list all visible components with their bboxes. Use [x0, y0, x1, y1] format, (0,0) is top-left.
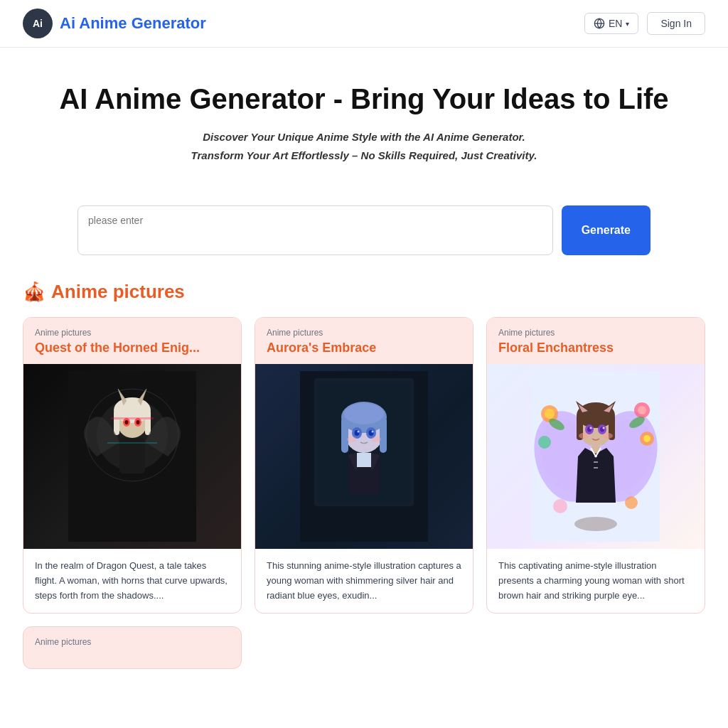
chevron-down-icon: ▾ — [626, 20, 629, 28]
card-image-1 — [23, 364, 241, 549]
card-header-2: Anime pictures Aurora's Embrace — [255, 318, 473, 364]
svg-point-28 — [358, 431, 360, 433]
svg-point-12 — [136, 420, 140, 424]
card-title-3: Floral Enchantress — [498, 341, 693, 355]
svg-rect-22 — [380, 417, 387, 453]
card-image-3 — [487, 364, 705, 549]
svg-point-64 — [553, 499, 567, 513]
svg-rect-14 — [111, 417, 154, 419]
generator-section: Generate — [55, 205, 673, 255]
cards-grid: Anime pictures Quest of the Horned Enig.… — [0, 317, 728, 614]
header: Ai Ai Anime Generator EN ▾ Sign In — [0, 0, 728, 48]
anime-section: 🎪 Anime pictures — [0, 255, 728, 303]
svg-point-40 — [545, 409, 555, 419]
section-title: 🎪 Anime pictures — [23, 281, 705, 303]
svg-point-65 — [625, 496, 638, 509]
card-title-1: Quest of the Horned Enig... — [35, 341, 230, 355]
card-desc-1: In the realm of Dragon Quest, a tale tak… — [23, 549, 241, 613]
svg-point-56 — [590, 427, 592, 429]
header-left: Ai Ai Anime Generator — [23, 9, 206, 38]
card-desc-3: This captivating anime-style illustratio… — [487, 549, 705, 613]
anime-illustration-1 — [68, 371, 196, 542]
hero-section: AI Anime Generator - Bring Your Ideas to… — [0, 48, 728, 186]
prompt-input[interactable] — [77, 205, 553, 255]
svg-point-23 — [344, 403, 384, 424]
svg-point-31 — [371, 437, 381, 442]
svg-point-29 — [372, 431, 374, 433]
svg-rect-15 — [107, 442, 157, 444]
anime-illustration-2 — [300, 371, 428, 542]
svg-rect-8 — [145, 410, 151, 435]
partial-card[interactable]: Anime pictures — [23, 626, 242, 669]
svg-point-11 — [125, 420, 129, 424]
language-selector[interactable]: EN ▾ — [584, 13, 638, 34]
card-category-3: Anime pictures — [498, 328, 693, 338]
card-header-3: Anime pictures Floral Enchantress — [487, 318, 705, 364]
card-category-1: Anime pictures — [35, 328, 230, 338]
globe-icon — [594, 18, 605, 29]
section-title-text: Anime pictures — [51, 281, 185, 303]
generate-button[interactable]: Generate — [562, 205, 651, 255]
svg-rect-33 — [357, 453, 371, 467]
card-category-2: Anime pictures — [267, 328, 461, 338]
card-header-1: Anime pictures Quest of the Horned Enig.… — [23, 318, 241, 364]
anime-card-1[interactable]: Anime pictures Quest of the Horned Enig.… — [23, 317, 242, 614]
svg-point-30 — [347, 437, 357, 442]
svg-point-43 — [538, 436, 551, 449]
svg-point-57 — [603, 427, 605, 429]
card-title-2: Aurora's Embrace — [267, 341, 461, 355]
anime-illustration-3 — [532, 371, 660, 542]
svg-point-42 — [638, 406, 646, 414]
site-title: Ai Anime Generator — [60, 14, 206, 33]
anime-card-3[interactable]: Anime pictures Floral Enchantress — [486, 317, 705, 614]
partial-card-category: Anime pictures — [35, 637, 230, 647]
anime-card-2[interactable]: Anime pictures Aurora's Embrace — [255, 317, 473, 614]
logo-icon: Ai — [23, 9, 53, 38]
svg-point-59 — [603, 433, 613, 439]
svg-point-66 — [574, 517, 617, 531]
bottom-partial-section: Anime pictures — [0, 626, 728, 669]
lang-label: EN — [609, 18, 622, 29]
hero-heading: AI Anime Generator - Bring Your Ideas to… — [23, 83, 705, 115]
svg-rect-7 — [114, 410, 119, 435]
svg-rect-21 — [341, 417, 348, 453]
section-icon: 🎪 — [23, 281, 46, 303]
card-desc-2: This stunning anime-style illustration c… — [255, 549, 473, 613]
header-right: EN ▾ Sign In — [584, 12, 705, 35]
hero-subtitle: Discover Your Unique Anime Style with th… — [23, 128, 705, 164]
svg-point-58 — [579, 433, 589, 439]
card-image-2 — [255, 364, 473, 549]
svg-point-45 — [643, 435, 651, 442]
sign-in-button[interactable]: Sign In — [647, 12, 705, 35]
